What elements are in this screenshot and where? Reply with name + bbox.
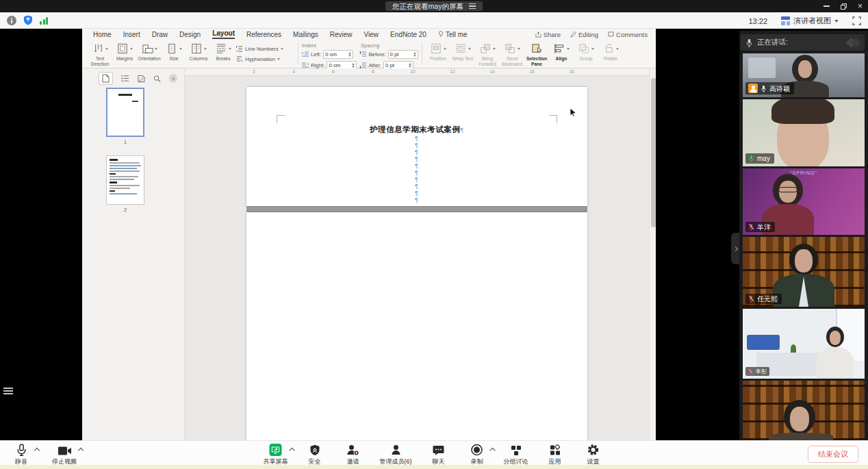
manage-participants-button[interactable]: 管理成员(6) (380, 444, 412, 466)
share-doc-icon (535, 31, 541, 38)
restore-icon[interactable] (841, 3, 847, 10)
comments-button[interactable]: Comments (608, 31, 648, 38)
hyphenation-button[interactable]: Hyphenation (235, 55, 294, 63)
settings-gear-icon (587, 444, 600, 456)
meeting-info-icon[interactable] (7, 16, 16, 25)
align-button[interactable]: Align (549, 42, 574, 66)
page-break-divider (246, 206, 587, 212)
participant-video[interactable]: 李彤 (743, 309, 865, 379)
mute-options-chevron[interactable] (34, 448, 40, 453)
group-button[interactable]: Group (574, 42, 598, 66)
tab-draw[interactable]: Draw (152, 31, 168, 38)
virtual-background-text: "SPRING" (743, 170, 865, 175)
orientation-button[interactable]: Orientation (137, 42, 162, 66)
scrollbar-thumb[interactable] (651, 78, 656, 227)
pane-close-icon[interactable]: × (169, 74, 177, 83)
editing-mode-button[interactable]: Editing (570, 31, 598, 38)
participant-face (790, 407, 809, 431)
participant-video[interactable] (743, 381, 865, 440)
invite-button[interactable]: 邀请 (342, 444, 365, 466)
network-signal-icon[interactable] (40, 16, 48, 25)
end-meeting-button[interactable]: 结束会议 (808, 446, 858, 463)
document-page-1[interactable]: 护理信息学期末考试案例¶ ¶¶¶¶¶¶¶¶¶¶ (246, 87, 587, 206)
draft-view-icon[interactable] (138, 75, 145, 83)
thumbnails-view-button[interactable] (99, 72, 113, 85)
settings-button[interactable]: 设置 (582, 444, 605, 466)
size-button[interactable]: Size (162, 42, 186, 66)
indent-label: Indent (302, 42, 361, 49)
chat-button[interactable]: 聊天 (427, 444, 450, 466)
horizontal-ruler[interactable]: 2 4 6 8 10 12 14 16 18 (185, 68, 649, 76)
breakout-rooms-button[interactable]: 分组讨论 (504, 444, 528, 466)
stop-video-button[interactable]: 停止视频 (52, 444, 77, 466)
fullscreen-icon[interactable] (852, 16, 861, 25)
margins-button[interactable]: Margins (112, 42, 137, 66)
document-canvas[interactable]: 护理信息学期末考试案例¶ ¶¶¶¶¶¶¶¶¶¶ (185, 76, 649, 440)
view-mode-label: 演讲者视图 (793, 16, 831, 26)
participant-video[interactable]: "SPRING" 羊洋 (743, 168, 865, 235)
columns-button[interactable]: Columns (186, 42, 211, 66)
vertical-scrollbar[interactable] (649, 68, 656, 440)
share-screen-button[interactable]: 共享屏幕 (264, 444, 288, 466)
tab-references[interactable]: References (246, 31, 281, 38)
annotation-toolbar-handle[interactable] (3, 388, 13, 394)
rotate-button[interactable]: Rotate (598, 42, 623, 66)
close-icon[interactable]: × (858, 2, 863, 10)
participant-video[interactable]: 任元熙 (743, 237, 865, 307)
participant-name: 高诗颖 (769, 85, 790, 92)
banner-menu-icon[interactable] (469, 3, 476, 10)
apps-icon (549, 444, 561, 456)
video-options-chevron[interactable] (78, 448, 84, 453)
share-options-chevron[interactable] (289, 448, 294, 453)
tab-insert[interactable]: Insert (123, 31, 140, 38)
minimize-icon[interactable] (824, 5, 830, 7)
sidebar-collapse-handle[interactable] (731, 233, 739, 264)
view-mode-button[interactable]: 演讲者视图 (777, 14, 843, 27)
apps-button[interactable]: 应用 (544, 444, 567, 466)
position-button[interactable]: Position (426, 42, 450, 66)
indent-right-icon (302, 62, 309, 68)
mute-button[interactable]: 静音 (10, 444, 33, 466)
document-page-2[interactable] (246, 212, 587, 440)
line-numbers-button[interactable]: Line Numbers (235, 45, 294, 53)
rotate-icon (602, 42, 615, 55)
indent-left-input[interactable]: 0 cm (323, 50, 353, 59)
security-button[interactable]: 安全 (303, 444, 327, 466)
watching-banner-text: 您正在观看may的屏幕 (392, 1, 463, 11)
meeting-protect-icon[interactable] (23, 15, 33, 25)
tab-view[interactable]: View (364, 31, 379, 38)
participant-face (798, 60, 812, 78)
tab-review[interactable]: Review (330, 31, 353, 38)
spacing-before-input[interactable]: 0 pt (388, 50, 418, 59)
record-options-chevron[interactable] (489, 448, 495, 453)
tab-home[interactable]: Home (93, 31, 112, 38)
spacing-before-icon (359, 51, 366, 58)
page-thumbnail-1[interactable] (106, 88, 144, 137)
send-backward-button[interactable]: Send Backward (500, 42, 524, 66)
participant-video[interactable]: 高诗颖 (743, 53, 865, 97)
spacing-after-icon (359, 62, 366, 68)
tab-endnote[interactable]: EndNote 20 (390, 31, 426, 38)
tab-mailings[interactable]: Mailings (293, 31, 318, 38)
indent-right-label: Right: (311, 62, 324, 68)
share-button[interactable]: Share (535, 31, 561, 38)
tab-layout[interactable]: Layout (212, 29, 235, 39)
record-button[interactable]: 录制 (465, 444, 489, 466)
selection-pane-button[interactable]: Selection Pane (524, 42, 549, 66)
wrap-text-button[interactable]: Wrap Text (450, 42, 475, 66)
search-icon[interactable] (153, 75, 161, 83)
page-thumbnail-2[interactable] (106, 155, 144, 205)
speaking-label: 正在讲话: (757, 38, 788, 47)
selection-pane-icon (531, 42, 543, 55)
participant-video[interactable]: may (743, 99, 865, 166)
send-backward-icon (504, 42, 516, 55)
participant-name: 李彤 (756, 368, 767, 375)
bring-forward-button[interactable]: Bring Forward (475, 42, 500, 66)
outline-view-icon[interactable] (121, 75, 129, 82)
breaks-button[interactable]: Breaks (211, 42, 235, 66)
text-direction-button[interactable]: Text Direction (88, 42, 112, 66)
participant-badge: 李彤 (745, 367, 769, 376)
tab-design[interactable]: Design (179, 31, 201, 38)
tab-tellme[interactable]: Tell me (438, 31, 468, 38)
plant (791, 344, 796, 353)
